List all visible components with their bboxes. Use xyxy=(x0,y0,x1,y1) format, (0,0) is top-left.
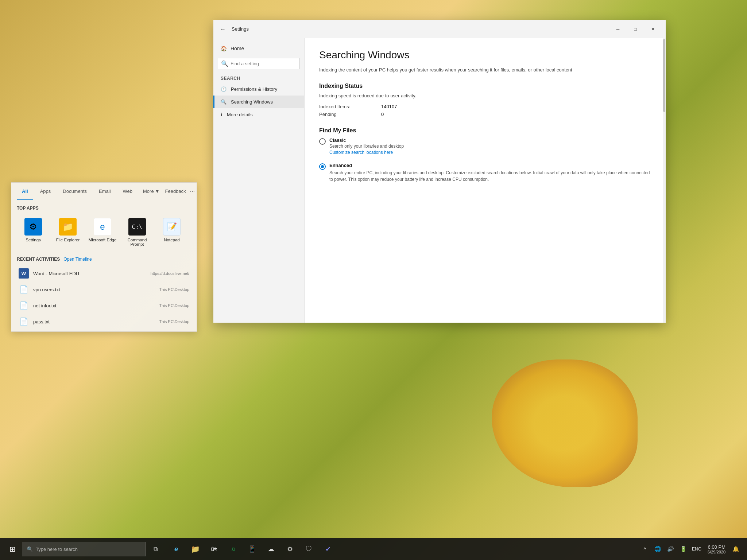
start-button[interactable]: ⊞ xyxy=(3,540,22,559)
taskbar: ⊞ 🔍 Type here to search ⧉ e 📁 🛍 ♫ 📱 ☁ ⚙ xyxy=(0,538,747,560)
taskbar-onedrive-icon[interactable]: ☁ xyxy=(262,540,280,559)
scrollbar-thumb[interactable] xyxy=(663,39,665,112)
open-timeline-link[interactable]: Open Timeline xyxy=(63,257,92,262)
taskbar-explorer-icon[interactable]: 📁 xyxy=(186,540,205,559)
sidebar-item-label-permissions: Permissions & History xyxy=(231,86,277,92)
recent-item-pass-path: This PC\Desktop xyxy=(142,319,189,324)
sidebar-item-more-details[interactable]: ℹ More details xyxy=(213,108,304,121)
taskbar-spotify-icon[interactable]: ♫ xyxy=(224,540,243,559)
top-apps-grid: ⚙ Settings 📁 File Explorer e Microsoft E… xyxy=(17,215,191,249)
info-icon: ℹ xyxy=(221,112,222,117)
taskbar-teams-icon[interactable]: ✔ xyxy=(318,540,337,559)
search-ellipsis-button[interactable]: ··· xyxy=(188,187,197,196)
classic-sublabel: Search only your libraries and desktop xyxy=(329,144,404,149)
pending-label: Pending xyxy=(319,112,367,117)
recent-item-pass-name: pass.txt xyxy=(33,319,138,324)
taskbar-defender-icon[interactable]: 🛡 xyxy=(299,540,318,559)
settings-window: ← Settings ─ □ ✕ 🏠 Home 🔍 Search xyxy=(213,20,666,323)
customize-search-link[interactable]: Customize search locations here xyxy=(329,150,393,155)
task-view-button[interactable]: ⧉ xyxy=(146,540,165,559)
tray-battery-icon[interactable]: 🔋 xyxy=(678,542,689,556)
app-tile-settings[interactable]: ⚙ Settings xyxy=(17,215,50,249)
tray-network-icon[interactable]: 🌐 xyxy=(652,542,663,556)
indexing-speed-text: Indexing speed is reduced due to user ac… xyxy=(319,93,651,98)
classic-radio-button[interactable] xyxy=(319,138,326,145)
search-icon: 🔍 xyxy=(221,60,228,67)
edge-app-label: Microsoft Edge xyxy=(89,238,117,242)
tray-date: 6/29/2020 xyxy=(708,550,725,554)
cmd-app-label: Command Prompt xyxy=(123,238,152,246)
app-tile-cmd[interactable]: C:\ Command Prompt xyxy=(121,215,154,249)
sidebar-item-searching-windows[interactable]: 🔍 Searching Windows xyxy=(213,96,304,108)
search-tab-web[interactable]: Web xyxy=(118,186,138,197)
taskbar-store-icon[interactable]: 🛍 xyxy=(205,540,224,559)
task-view-icon: ⧉ xyxy=(154,546,158,552)
find-files-section: Find My Files Classic Search only your l… xyxy=(319,127,651,183)
net-txt-icon: 📄 xyxy=(19,300,29,311)
sidebar-item-permissions[interactable]: 🕐 Permissions & History xyxy=(213,83,304,96)
classic-radio-option[interactable]: Classic Search only your libraries and d… xyxy=(319,137,651,155)
pass-txt-icon: 📄 xyxy=(19,316,29,327)
input-language-button[interactable]: ENG xyxy=(690,547,703,552)
notification-bell-icon[interactable]: 🔔 xyxy=(730,542,741,556)
taskbar-search-box[interactable]: 🔍 Type here to search xyxy=(22,542,146,556)
taskbar-settings-icon[interactable]: ⚙ xyxy=(280,540,299,559)
settings-content: Searching Windows Indexing the content o… xyxy=(305,38,666,323)
search-panel: All Apps Documents Email Web More ▼ Feed… xyxy=(11,182,197,332)
enhanced-radio-button[interactable] xyxy=(319,163,326,170)
sidebar-home-item[interactable]: 🏠 Home xyxy=(213,42,304,55)
window-back-button[interactable]: ← xyxy=(218,24,228,34)
app-tile-edge[interactable]: e Microsoft Edge xyxy=(86,215,119,249)
search-tab-all[interactable]: All xyxy=(17,186,33,197)
find-files-title: Find My Files xyxy=(319,127,651,134)
indexing-status-title: Indexing Status xyxy=(319,83,651,89)
taskbar-pinned-icons: e 📁 🛍 ♫ 📱 ☁ ⚙ 🛡 ✔ xyxy=(167,540,337,559)
teams-taskbar-icon: ✔ xyxy=(325,545,331,553)
search-tab-email[interactable]: Email xyxy=(94,186,116,197)
recent-activities-label: Recent activities xyxy=(17,257,60,262)
recent-item-word[interactable]: W Word - Microsoft EDU https://d.docs.li… xyxy=(17,265,191,281)
indexing-stats: Indexed Items: 140107 Pending 0 xyxy=(319,103,651,118)
page-description: Indexing the content of your PC helps yo… xyxy=(319,66,651,74)
minimize-button[interactable]: ─ xyxy=(609,23,626,35)
enhanced-radio-option[interactable]: Enhanced Search your entire PC, includin… xyxy=(319,163,651,183)
taskbar-phone-icon[interactable]: 📱 xyxy=(243,540,262,559)
maximize-button[interactable]: □ xyxy=(627,23,644,35)
tray-expand-button[interactable]: ^ xyxy=(639,542,650,556)
recent-item-net[interactable]: 📄 net infor.txt This PC\Desktop xyxy=(17,298,191,314)
tray-clock[interactable]: 6:00 PM 6/29/2020 xyxy=(705,544,728,554)
phone-taskbar-icon: 📱 xyxy=(248,545,256,553)
indexed-items-row: Indexed Items: 140107 xyxy=(319,103,651,110)
search-tab-apps[interactable]: Apps xyxy=(35,186,56,197)
sidebar-find-setting-input[interactable] xyxy=(231,61,297,66)
search-tab-more[interactable]: More ▼ xyxy=(139,186,163,197)
system-tray: ^ 🌐 🔊 🔋 ENG 6:00 PM 6/29/2020 🔔 xyxy=(639,542,744,556)
edge-app-icon: e xyxy=(94,218,111,236)
pending-value: 0 xyxy=(381,112,384,117)
scrollbar[interactable] xyxy=(663,38,666,323)
file-explorer-app-icon: 📁 xyxy=(59,218,77,236)
word-icon: W xyxy=(19,268,29,279)
recent-item-vpn[interactable]: 📄 vpn users.txt This PC\Desktop xyxy=(17,281,191,298)
explorer-taskbar-icon: 📁 xyxy=(191,545,200,553)
sidebar-search-box[interactable]: 🔍 xyxy=(218,58,300,69)
notepad-app-label: Notepad xyxy=(164,238,179,242)
tray-volume-icon[interactable]: 🔊 xyxy=(665,542,676,556)
close-button[interactable]: ✕ xyxy=(645,23,661,35)
indexed-items-value: 140107 xyxy=(381,104,397,109)
feedback-button[interactable]: Feedback xyxy=(165,188,186,194)
settings-app-label: Settings xyxy=(26,238,41,242)
sidebar-home-label: Home xyxy=(231,46,244,51)
file-explorer-app-label: File Explorer xyxy=(56,238,80,242)
app-tile-file-explorer[interactable]: 📁 File Explorer xyxy=(51,215,84,249)
taskbar-edge-icon[interactable]: e xyxy=(167,540,186,559)
search-tabs: All Apps Documents Email Web More ▼ Feed… xyxy=(11,183,197,200)
settings-sidebar: 🏠 Home 🔍 Search 🕐 Permissions & History … xyxy=(213,38,305,323)
defender-taskbar-icon: 🛡 xyxy=(306,545,312,553)
recent-item-pass[interactable]: 📄 pass.txt This PC\Desktop xyxy=(17,314,191,330)
search-tab-documents[interactable]: Documents xyxy=(58,186,92,197)
window-titlebar: ← Settings ─ □ ✕ xyxy=(213,20,666,38)
app-tile-notepad[interactable]: 📝 Notepad xyxy=(155,215,188,249)
store-taskbar-icon: 🛍 xyxy=(211,545,217,553)
window-title: Settings xyxy=(232,26,249,32)
